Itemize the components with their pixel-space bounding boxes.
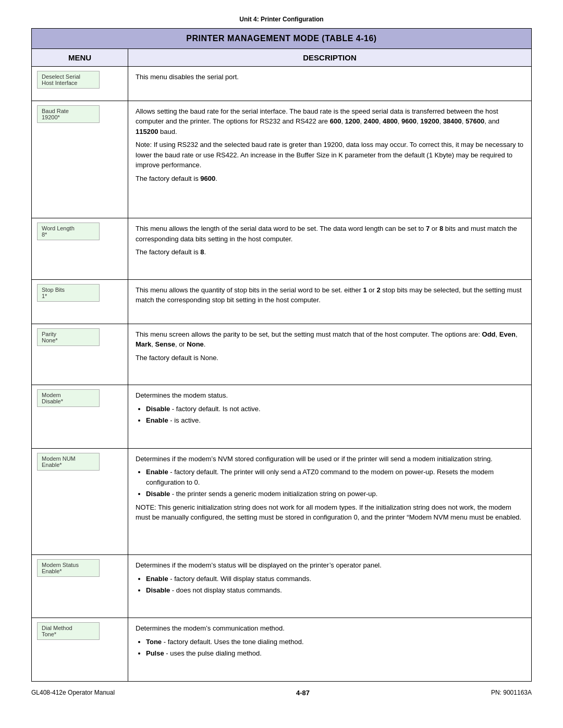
list-item: Disable - factory default. Is not active…	[146, 404, 524, 414]
menu-title: Modem NUM	[42, 455, 95, 462]
table-row: Modem StatusEnable*Determines if the mod…	[32, 555, 532, 618]
menu-title: Modem	[42, 392, 95, 398]
desc-paragraph: This menu allows the length of the seria…	[136, 224, 524, 244]
page: Unit 4: Printer Configuration PRINTER MA…	[0, 0, 563, 728]
table-row: Baud Rate19200*Allows setting the baud r…	[32, 101, 532, 218]
menu-value: None*	[42, 337, 95, 343]
menu-value: 8*	[42, 231, 95, 238]
desc-note: NOTE: This generic initialization string…	[136, 502, 524, 523]
table-title: PRINTER MANAGEMENT MODE (TABLE 4-16)	[32, 29, 532, 49]
desc-cell: Determines if the modem’s status will be…	[128, 555, 532, 618]
footer-center: 4-87	[115, 689, 491, 697]
menu-title: Modem Status	[42, 562, 95, 568]
menu-cell: Word Length8*	[32, 218, 128, 280]
desc-cell: Determines the modem status.Disable - fa…	[128, 385, 532, 448]
menu-cell: Dial MethodTone*	[32, 618, 128, 682]
menu-box: Stop Bits1*	[37, 284, 100, 302]
desc-paragraph: This menu screen allows the parity to be…	[136, 329, 524, 350]
menu-title: Word Length	[42, 225, 95, 231]
desc-list: Tone - factory default. Uses the tone di…	[146, 637, 524, 659]
desc-paragraph: This menu allows the quantity of stop bi…	[136, 285, 524, 305]
menu-title: Stop Bits	[42, 287, 95, 293]
desc-cell: Determines if the modem’s NVM stored con…	[128, 448, 532, 554]
desc-cell: This menu allows the length of the seria…	[128, 218, 532, 280]
menu-title: Baud Rate	[42, 108, 95, 114]
list-item: Disable - the printer sends a generic mo…	[146, 489, 524, 499]
desc-paragraph: Allows setting the baud rate for the ser…	[136, 106, 524, 137]
table-row: Word Length8*This menu allows the length…	[32, 218, 532, 280]
list-item: Tone - factory default. Uses the tone di…	[146, 637, 524, 647]
desc-list: Enable - factory default. Will display s…	[146, 574, 524, 596]
desc-paragraph: Determines if the modem’s status will be…	[136, 560, 524, 571]
desc-paragraph: The factory default is 9600.	[136, 174, 524, 184]
menu-box: Deselect SerialHost Interface	[37, 71, 100, 89]
menu-box: Dial MethodTone*	[37, 622, 100, 640]
col-desc-header: DESCRIPTION	[128, 49, 532, 67]
list-item: Enable - factory default. The printer wi…	[146, 467, 524, 487]
footer-left: GL408-412e Operator Manual	[31, 689, 115, 697]
list-item: Enable - is active.	[146, 415, 524, 426]
menu-value: Tone*	[42, 631, 95, 637]
desc-paragraph: The factory default is None.	[136, 353, 524, 363]
desc-cell: Determines the modem’s communication met…	[128, 618, 532, 682]
menu-value: Host Interface	[42, 80, 95, 86]
menu-value: Disable*	[42, 398, 95, 404]
menu-cell: ParityNone*	[32, 324, 128, 385]
col-menu-header: MENU	[32, 49, 128, 67]
menu-cell: ModemDisable*	[32, 385, 128, 448]
desc-list: Enable - factory default. The printer wi…	[146, 467, 524, 499]
menu-box: ParityNone*	[37, 328, 100, 346]
desc-paragraph: Determines if the modem’s NVM stored con…	[136, 454, 524, 464]
menu-value: 1*	[42, 293, 95, 299]
menu-box: Modem StatusEnable*	[37, 559, 100, 577]
desc-cell: This menu disables the serial port.	[128, 67, 532, 101]
menu-box: Modem NUMEnable*	[37, 453, 100, 471]
table-row: Dial MethodTone*Determines the modem’s c…	[32, 618, 532, 682]
list-item: Disable - does not display status comman…	[146, 585, 524, 596]
main-table: PRINTER MANAGEMENT MODE (TABLE 4-16) MEN…	[31, 28, 532, 682]
menu-cell: Modem NUMEnable*	[32, 448, 128, 554]
table-row: ModemDisable*Determines the modem status…	[32, 385, 532, 448]
menu-title: Deselect Serial	[42, 73, 95, 80]
menu-title: Parity	[42, 331, 95, 337]
table-row: Modem NUMEnable*Determines if the modem’…	[32, 448, 532, 554]
menu-value: Enable*	[42, 462, 95, 468]
menu-value: Enable*	[42, 568, 95, 574]
table-row: Stop Bits1*This menu allows the quantity…	[32, 279, 532, 324]
desc-paragraph: Determines the modem status.	[136, 390, 524, 401]
table-row: Deselect SerialHost InterfaceThis menu d…	[32, 67, 532, 101]
desc-cell: Allows setting the baud rate for the ser…	[128, 101, 532, 218]
menu-box: ModemDisable*	[37, 389, 100, 407]
desc-cell: This menu allows the quantity of stop bi…	[128, 279, 532, 324]
list-item: Enable - factory default. Will display s…	[146, 574, 524, 584]
desc-paragraph: This menu disables the serial port.	[136, 72, 524, 82]
desc-paragraph: Note: If using RS232 and the selected ba…	[136, 140, 524, 170]
top-label: Unit 4: Printer Configuration	[31, 16, 532, 23]
menu-cell: Modem StatusEnable*	[32, 555, 128, 618]
footer: GL408-412e Operator Manual 4-87 PN: 9001…	[31, 682, 532, 697]
desc-paragraph: Determines the modem’s communication met…	[136, 623, 524, 634]
menu-box: Word Length8*	[37, 223, 100, 240]
menu-cell: Deselect SerialHost Interface	[32, 67, 128, 101]
menu-cell: Stop Bits1*	[32, 279, 128, 324]
desc-paragraph: The factory default is 8.	[136, 247, 524, 257]
menu-cell: Baud Rate19200*	[32, 101, 128, 218]
footer-right: PN: 9001163A	[491, 689, 532, 697]
menu-title: Dial Method	[42, 625, 95, 631]
list-item: Pulse - uses the pulse dialing method.	[146, 648, 524, 659]
desc-list: Disable - factory default. Is not active…	[146, 404, 524, 426]
menu-box: Baud Rate19200*	[37, 105, 100, 123]
desc-cell: This menu screen allows the parity to be…	[128, 324, 532, 385]
table-row: ParityNone*This menu screen allows the p…	[32, 324, 532, 385]
menu-value: 19200*	[42, 114, 95, 120]
